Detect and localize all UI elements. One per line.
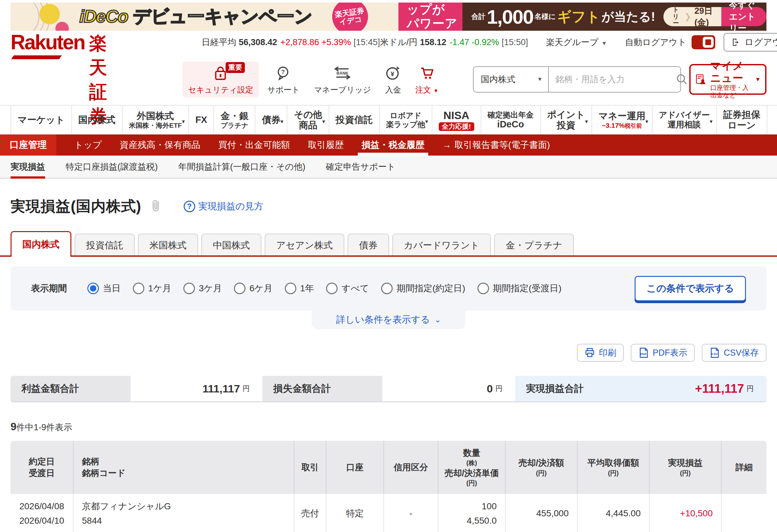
period-label: 表示期間: [31, 282, 67, 295]
search-category-select[interactable]: 国内株式 ▼: [474, 67, 549, 92]
pl-help-link[interactable]: ? 実現損益の見方: [184, 200, 264, 213]
radio-button[interactable]: [326, 283, 338, 294]
nav-fx[interactable]: FX: [188, 106, 213, 134]
radio-range-trade-date[interactable]: 期間指定(約定日): [381, 282, 465, 295]
radio-button[interactable]: [285, 283, 296, 294]
entry-deadline: 5月29日(金)まで: [694, 3, 716, 31]
nav-foreign-stocks[interactable]: 外国株式米国株・海外ETF▼: [122, 106, 189, 134]
entry-period: エントリー期間 ❯ 5月29日(金)まで: [663, 7, 721, 26]
logout-button[interactable]: ログアウト: [724, 33, 777, 51]
cell-trade: 売付: [295, 494, 326, 532]
col-header-avg-cost: 平均取得価額(円): [578, 441, 650, 494]
table-header-row: 約定日受渡日 銘柄銘柄コード 取引 口座 信用区分 数量(株)売却/決済単価(円…: [11, 441, 766, 494]
search-input[interactable]: [549, 75, 672, 85]
pdf-view-button[interactable]: PDF PDF表示: [631, 344, 695, 362]
radio-1month[interactable]: 1ケ月: [133, 282, 171, 295]
subnav-specific-account-pl[interactable]: 特定口座損益(譲渡益税): [66, 155, 158, 178]
tab-domestic-stocks[interactable]: 国内株式: [11, 231, 71, 257]
nav-point-invest[interactable]: ポイント投資▼: [540, 106, 592, 134]
nav-advisor[interactable]: アドバイザー運用相談▼: [652, 106, 716, 134]
radio-button-selected[interactable]: [87, 283, 99, 294]
order-link[interactable]: 注文 ▼: [409, 62, 444, 98]
auto-logout-toggle[interactable]: [691, 35, 715, 49]
nav-mutual-funds[interactable]: 投資信託: [329, 106, 379, 134]
paperclip-icon[interactable]: [150, 199, 162, 214]
csv-save-button[interactable]: CSV CSV保存: [702, 344, 766, 362]
nav-domestic-stocks[interactable]: 国内株式: [71, 106, 122, 134]
chevron-down-icon: ▼: [709, 119, 713, 124]
banner-decoration-circle: [56, 22, 69, 31]
tab-us-stocks[interactable]: 米国株式: [138, 234, 198, 257]
nav-pl-tax-history[interactable]: 損益・税金履歴: [362, 134, 424, 155]
security-settings-link[interactable]: 重要 セキュリティ設定: [183, 62, 259, 98]
important-badge: 重要: [226, 62, 245, 73]
print-button[interactable]: 印刷: [577, 344, 624, 362]
nav-buying-power[interactable]: 買付・出金可能額: [218, 134, 290, 155]
nav-securities-loan[interactable]: 証券担保ローン: [716, 106, 767, 134]
radio-today[interactable]: 当日: [87, 282, 121, 295]
pl-help-label: 実現損益の見方: [198, 200, 264, 213]
radio-6months[interactable]: 6ケ月: [234, 282, 272, 295]
tab-bonds[interactable]: 債券: [347, 234, 389, 257]
radio-range-settle-date[interactable]: 期間指定(受渡日): [477, 282, 562, 295]
apply-filter-button[interactable]: この条件で表示する: [635, 276, 746, 301]
prize-gift: ギフト: [557, 7, 600, 26]
radio-1year[interactable]: 1年: [285, 282, 314, 295]
chevron-down-icon: ▼: [584, 119, 589, 124]
money-bridge-label: マネーブリッジ: [314, 85, 371, 95]
security-settings-label: セキュリティ設定: [188, 85, 253, 95]
campaign-banner-left: iDeCo デビューキャンペーン 楽天証券 イデコ: [11, 3, 399, 31]
col-header-detail: 詳細: [722, 441, 766, 494]
money-bridge-link[interactable]: BANK マネーブリッジ: [308, 62, 377, 98]
deposit-link[interactable]: ¥ 入金: [379, 62, 407, 98]
col-header-realized-pl: 実現損益(円): [650, 441, 722, 494]
tab-asean-stocks[interactable]: アセアン株式: [265, 234, 344, 257]
tab-china-stocks[interactable]: 中国株式: [201, 234, 261, 257]
nav-ideco[interactable]: 確定拠出年金iDeCo: [481, 106, 540, 134]
chevron-down-icon: ▼: [181, 119, 186, 124]
radio-button[interactable]: [133, 283, 144, 294]
subnav-realized-pl[interactable]: 実現損益: [11, 155, 45, 178]
radio-all[interactable]: すべて: [326, 282, 369, 295]
col-header-name: 銘柄銘柄コード: [74, 441, 295, 494]
nav-market[interactable]: マーケット: [11, 106, 71, 134]
my-menu-button[interactable]: マイメニュー 口座管理・入出金など ▼: [689, 64, 766, 95]
subnav-annual-pl[interactable]: 年間損益計算(一般口座・その他): [178, 155, 305, 178]
asset-class-tabs: 国内株式 投資信託 米国株式 中国株式 アセアン株式 債券 カバードワラント 金…: [0, 229, 777, 257]
entry-now-button[interactable]: 今すぐエントリー: [721, 7, 766, 26]
support-chat-icon: ?: [276, 65, 291, 81]
nikkei-time: [15:45]: [354, 37, 380, 47]
nav-gold-platinum[interactable]: 金・銀プラチナ: [213, 106, 255, 134]
realized-pl-total-value: +111,117円: [627, 376, 766, 401]
nav-bonds[interactable]: 債券▼: [255, 106, 287, 134]
tab-mutual-funds[interactable]: 投資信託: [75, 234, 135, 257]
nav-nisa[interactable]: NISA全力応援!: [432, 106, 481, 134]
profit-total-label: 利益金額合計: [11, 376, 131, 401]
radio-3months[interactable]: 3ケ月: [183, 282, 222, 295]
realized-pl-total-label: 実現損益合計: [515, 376, 627, 401]
tab-gold-platinum[interactable]: 金・プラチナ: [494, 234, 574, 257]
tab-covered-warrants[interactable]: カバードワラント: [392, 234, 491, 257]
campaign-banner[interactable]: iDeCo デビューキャンペーン 楽天証券 イデコ ラインアップが パワーアップ…: [11, 3, 766, 31]
nav-account-management[interactable]: 口座管理: [0, 134, 56, 155]
chevron-down-icon: ▼: [321, 119, 326, 124]
nav-account-top[interactable]: トップ: [74, 134, 102, 155]
radio-button[interactable]: [477, 283, 489, 294]
nav-trade-history[interactable]: 取引履歴: [308, 134, 344, 155]
radio-button[interactable]: [183, 283, 195, 294]
nav-asset-balance[interactable]: 資産残高・保有商品: [120, 134, 200, 155]
nav-other-products[interactable]: その他商品▼: [287, 106, 328, 134]
cell-detail: [722, 494, 766, 532]
nav-money-management[interactable]: マネー運用~3.17%税引前▼: [591, 106, 652, 134]
support-link[interactable]: ? サポート: [261, 62, 306, 98]
rakuten-group-menu[interactable]: 楽天グループ▼: [546, 36, 607, 48]
radio-button[interactable]: [381, 283, 393, 294]
subnav-tax-return-support[interactable]: 確定申告サポート: [326, 155, 396, 178]
chevron-down-icon: ▼: [645, 119, 649, 124]
nav-roboad[interactable]: ロボアド楽ラップ他▼: [379, 106, 432, 134]
radio-button[interactable]: [234, 283, 245, 294]
show-detail-conditions-link[interactable]: 詳しい条件を表示する ⌄: [336, 313, 441, 326]
nav-trade-reports[interactable]: →取引報告書等(電子書面): [442, 139, 550, 151]
profit-total-value: 111,117円: [131, 376, 262, 401]
pl-summary-bar: 利益金額合計 111,117円 損失金額合計 0円 実現損益合計 +111,11…: [11, 376, 766, 401]
